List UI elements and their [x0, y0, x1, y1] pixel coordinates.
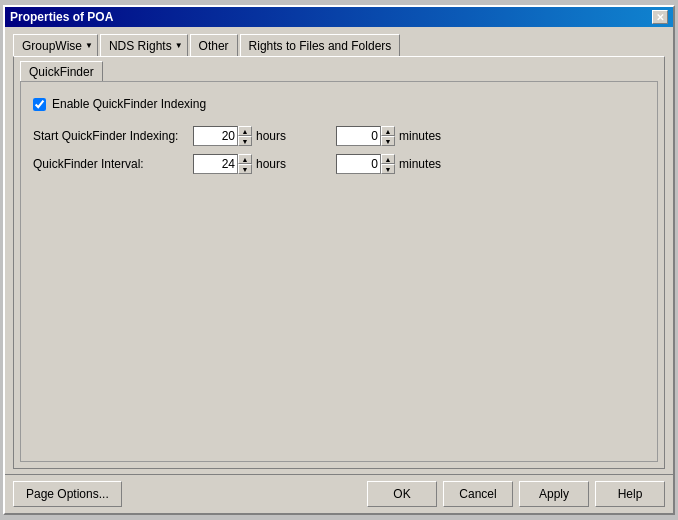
enable-checkbox-row: Enable QuickFinder Indexing [33, 97, 645, 111]
start-hours-down[interactable]: ▼ [238, 136, 252, 146]
help-button[interactable]: Help [595, 481, 665, 507]
tab-rights-files-label: Rights to Files and Folders [249, 39, 392, 53]
action-buttons: OK Cancel Apply Help [367, 481, 665, 507]
interval-minutes-group: ▲ ▼ minutes [336, 154, 461, 174]
start-hours-label: hours [256, 129, 286, 143]
tab-rights-files[interactable]: Rights to Files and Folders [240, 34, 401, 56]
start-hours-up[interactable]: ▲ [238, 126, 252, 136]
cancel-button[interactable]: Cancel [443, 481, 513, 507]
interval-minutes-label: minutes [399, 157, 441, 171]
title-bar: Properties of POA ✕ [5, 7, 673, 27]
interval-hours-input[interactable] [193, 154, 238, 174]
close-button[interactable]: ✕ [652, 10, 668, 24]
bottom-bar: Page Options... OK Cancel Apply Help [5, 474, 673, 513]
interval-hours-label: hours [256, 157, 286, 171]
tab-other-label: Other [199, 39, 229, 53]
interval-minutes-spinner: ▲ ▼ [381, 154, 395, 174]
main-window: Properties of POA ✕ GroupWise ▼ NDS Righ… [3, 5, 675, 515]
content-area: GroupWise ▼ NDS Rights ▼ Other Rights to… [5, 27, 673, 474]
interval-minutes-up[interactable]: ▲ [381, 154, 395, 164]
subtab-quickfinder[interactable]: QuickFinder [20, 61, 103, 81]
tab-nds-rights-label: NDS Rights [109, 39, 172, 53]
tab-nds-rights[interactable]: NDS Rights ▼ [100, 34, 188, 56]
start-indexing-row: Start QuickFinder Indexing: ▲ ▼ hours [33, 126, 645, 146]
tab-nds-rights-arrow: ▼ [175, 41, 183, 50]
tab-other[interactable]: Other [190, 34, 238, 56]
interval-hours-group: ▲ ▼ hours [193, 154, 306, 174]
start-hours-spinner: ▲ ▼ [238, 126, 252, 146]
start-hours-input[interactable] [193, 126, 238, 146]
interval-hours-spinner: ▲ ▼ [238, 154, 252, 174]
tab-groupwise-label: GroupWise [22, 39, 82, 53]
tab-groupwise[interactable]: GroupWise ▼ [13, 34, 98, 56]
start-minutes-label: minutes [399, 129, 441, 143]
start-hours-group: ▲ ▼ hours [193, 126, 306, 146]
tabs-row: GroupWise ▼ NDS Rights ▼ Other Rights to… [13, 32, 665, 56]
tab-groupwise-arrow: ▼ [85, 41, 93, 50]
start-minutes-down[interactable]: ▼ [381, 136, 395, 146]
start-minutes-spinner: ▲ ▼ [381, 126, 395, 146]
apply-button[interactable]: Apply [519, 481, 589, 507]
enable-label: Enable QuickFinder Indexing [52, 97, 206, 111]
page-options-button[interactable]: Page Options... [13, 481, 122, 507]
subtab-quickfinder-label: QuickFinder [29, 65, 94, 79]
interval-hours-up[interactable]: ▲ [238, 154, 252, 164]
interval-hours-down[interactable]: ▼ [238, 164, 252, 174]
ok-button[interactable]: OK [367, 481, 437, 507]
subtab-row: QuickFinder [14, 57, 664, 81]
window-title: Properties of POA [10, 10, 113, 24]
interval-minutes-down[interactable]: ▼ [381, 164, 395, 174]
interval-minutes-input[interactable] [336, 154, 381, 174]
start-minutes-up[interactable]: ▲ [381, 126, 395, 136]
interval-label: QuickFinder Interval: [33, 157, 193, 171]
interval-row: QuickFinder Interval: ▲ ▼ hours [33, 154, 645, 174]
start-minutes-group: ▲ ▼ minutes [336, 126, 461, 146]
main-content: QuickFinder Enable QuickFinder Indexing … [13, 56, 665, 469]
start-minutes-input[interactable] [336, 126, 381, 146]
enable-checkbox[interactable] [33, 98, 46, 111]
start-indexing-label: Start QuickFinder Indexing: [33, 129, 193, 143]
